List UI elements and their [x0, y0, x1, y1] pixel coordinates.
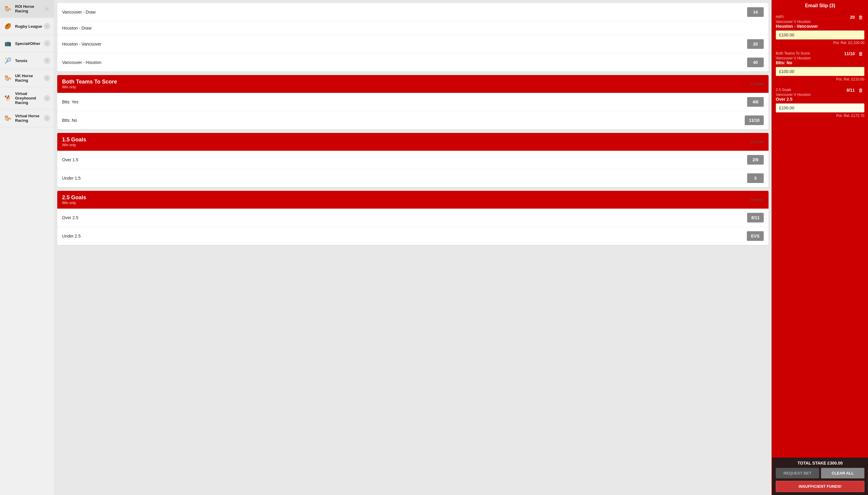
sidebar: 🐎 ROI Horse Racing ☆ 🏉 Rugby League ☆ 📺 …: [0, 0, 54, 495]
virtual-horse-racing-icon: 🐎: [4, 114, 12, 122]
slip-item-goals25: 2.5 Goals Vancouver V Houston Over 2.5 8…: [772, 85, 868, 121]
sidebar-item-special-other[interactable]: 📺 Special/Other ☆: [0, 35, 54, 52]
odds-box[interactable]: 8/11: [747, 213, 764, 222]
favorite-star[interactable]: ☆: [44, 23, 50, 30]
bet-name: Btts: Yes: [62, 100, 747, 104]
virtual-greyhound-icon: 🐕: [4, 94, 12, 102]
sidebar-item-label: Rugby League: [15, 24, 44, 29]
bet-name: Vancouver - Draw: [62, 10, 747, 15]
bet-row: Under 1.5 3: [57, 169, 768, 187]
sidebar-item-label: UK Horse Racing: [15, 73, 44, 83]
slip-selection: Btts: No: [776, 60, 811, 65]
sidebar-item-virtual-horse-racing[interactable]: 🐎 Virtual Horse Racing ☆: [0, 109, 54, 127]
slip-event-name: Vancouver V Houston: [776, 56, 811, 60]
odds-box[interactable]: 40: [747, 57, 764, 67]
current-label: Current: [751, 82, 764, 86]
slip-item-top: 2.5 Goals Vancouver V Houston Over 2.5 8…: [776, 88, 864, 102]
slip-item-top: Ht/Ft Vancouver V Houston Houston - Vanc…: [776, 15, 864, 29]
odds-box[interactable]: 11/10: [745, 116, 764, 125]
market-header: Both Teams To Score Win only Current: [57, 75, 768, 93]
betslip-header: Email Slip (3): [772, 0, 868, 12]
main-content: Vancouver - Draw 14 Houston - Draw Houst…: [54, 0, 771, 495]
sidebar-item-uk-horse-racing[interactable]: 🐎 UK Horse Racing ☆: [0, 69, 54, 87]
favorite-star[interactable]: ☆: [44, 57, 50, 64]
bet-row: Over 1.5 2/9: [57, 151, 768, 169]
stake-input[interactable]: [776, 103, 864, 113]
delete-slip-item-button[interactable]: 🗑: [857, 51, 864, 57]
favorite-star[interactable]: ☆: [44, 75, 50, 81]
delete-slip-item-button[interactable]: 🗑: [857, 88, 864, 93]
bet-row: Vancouver - Houston 40: [57, 53, 768, 71]
bet-row: Vancouver - Draw 14: [57, 3, 768, 21]
goals-15-section: 1.5 Goals Win only Current Over 1.5 2/9 …: [57, 133, 768, 187]
current-label: Current: [751, 140, 764, 144]
betslip-footer: TOTAL STAKE £300.00 REQUEST BET CLEAR AL…: [772, 458, 868, 495]
market-header-row: 2.5 Goals Win only Current: [62, 194, 764, 205]
sidebar-item-tennis[interactable]: 🎾 Tennis ☆: [0, 52, 54, 69]
pot-ret-label: Pot. Ret. £2,100.00: [776, 41, 864, 45]
slip-item-btts: Both Teams To Score Vancouver V Houston …: [772, 48, 868, 85]
sidebar-item-virtual-greyhound-racing[interactable]: 🐕 Virtual Greyhound Racing ☆: [0, 87, 54, 109]
favorite-star[interactable]: ☆: [44, 95, 50, 102]
odds-box[interactable]: 14: [747, 7, 764, 17]
betslip-panel: Email Slip (3) Ht/Ft Vancouver V Houston…: [771, 0, 868, 495]
slip-event-name: Vancouver V Houston: [776, 92, 811, 97]
both-teams-to-score-section: Both Teams To Score Win only Current Btt…: [57, 75, 768, 129]
bet-name: Under 2.5: [62, 234, 747, 238]
sidebar-item-rugby-league[interactable]: 🏉 Rugby League ☆: [0, 18, 54, 35]
market-subtitle: Win only: [62, 143, 86, 147]
sidebar-item-label: Special/Other: [15, 41, 44, 46]
market-subtitle: Win only: [62, 201, 86, 205]
total-stake-label: TOTAL STAKE £300.00: [776, 461, 864, 465]
bet-name: Btts: No: [62, 118, 745, 123]
bet-row: Under 2.5 EVS: [57, 227, 768, 245]
bet-name: Over 1.5: [62, 157, 747, 162]
odds-box[interactable]: EVS: [747, 231, 764, 241]
pot-ret-label: Pot. Ret. £172.70: [776, 114, 864, 118]
market-header: 2.5 Goals Win only Current: [57, 191, 768, 209]
odds-box[interactable]: 4/6: [747, 97, 764, 107]
market-title: Both Teams To Score: [62, 79, 117, 85]
request-bet-button[interactable]: REQUEST BET: [776, 468, 819, 478]
odds-box[interactable]: 20: [747, 39, 764, 49]
sidebar-item-roi-horse-racing[interactable]: 🐎 ROI Horse Racing ☆: [0, 0, 54, 18]
bet-row: Btts: Yes 4/6: [57, 93, 768, 111]
odds-box[interactable]: 3: [747, 173, 764, 183]
bet-name: Vancouver - Houston: [62, 60, 747, 65]
tennis-icon: 🎾: [4, 56, 12, 65]
slip-event-name: Vancouver V Houston: [776, 20, 818, 24]
stake-input[interactable]: [776, 31, 864, 39]
stake-input[interactable]: [776, 67, 864, 76]
bet-name: Houston - Draw: [62, 25, 764, 31]
special-other-icon: 📺: [4, 39, 12, 48]
insufficient-funds-button[interactable]: INSUFFICIENT FUNDS!: [776, 481, 864, 492]
goals-25-section: 2.5 Goals Win only Current Over 2.5 8/11…: [57, 191, 768, 245]
favorite-star[interactable]: ☆: [44, 40, 50, 47]
roi-horse-racing-icon: 🐎: [4, 4, 12, 13]
slip-odds: 11/10: [844, 51, 855, 56]
pot-ret-label: Pot. Ret. £210.00: [776, 77, 864, 81]
market-header-row: Both Teams To Score Win only Current: [62, 79, 764, 89]
odds-box[interactable]: 2/9: [747, 155, 764, 165]
favorite-star[interactable]: ☆: [44, 5, 50, 12]
slip-odds: 8/11: [847, 88, 855, 92]
slip-item-htft: Ht/Ft Vancouver V Houston Houston - Vanc…: [772, 12, 868, 48]
delete-slip-item-button[interactable]: 🗑: [857, 15, 864, 20]
clear-all-button[interactable]: CLEAR ALL: [821, 468, 864, 478]
bet-row: Btts: No 11/10: [57, 111, 768, 129]
htft-section: Vancouver - Draw 14 Houston - Draw Houst…: [57, 3, 768, 71]
market-title: 2.5 Goals: [62, 194, 86, 201]
slip-selection: Over 2.5: [776, 97, 811, 102]
bet-row: Over 2.5 8/11: [57, 209, 768, 227]
uk-horse-racing-icon: 🐎: [4, 74, 12, 82]
bet-name: Houston - Vancouver: [62, 41, 747, 47]
slip-market-name: Ht/Ft: [776, 15, 818, 19]
favorite-star[interactable]: ☆: [44, 115, 50, 121]
market-subtitle: Win only: [62, 85, 117, 89]
market-header: 1.5 Goals Win only Current: [57, 133, 768, 151]
bet-name: Under 1.5: [62, 176, 747, 181]
rugby-league-icon: 🏉: [4, 22, 12, 31]
current-label: Current: [751, 198, 764, 202]
slip-market-name: 2.5 Goals: [776, 88, 811, 92]
sidebar-item-label: Virtual Greyhound Racing: [15, 91, 44, 105]
